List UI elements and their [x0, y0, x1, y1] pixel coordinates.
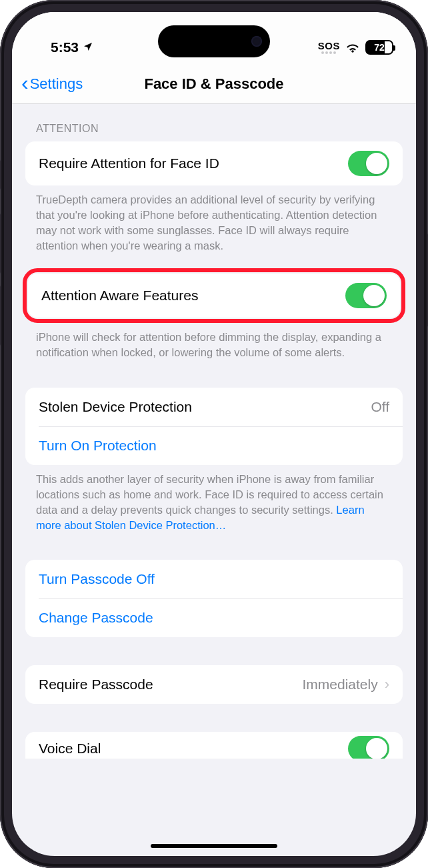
change-passcode-label: Change Passcode: [39, 610, 389, 626]
signal-dots: [321, 51, 336, 54]
row-require-attention[interactable]: Require Attention for Face ID: [25, 141, 403, 185]
row-stolen-status[interactable]: Stolen Device Protection Off: [25, 388, 403, 426]
screen: 5:53 SOS 72 ‹ S: [12, 12, 416, 856]
battery-percent: 72: [374, 42, 385, 53]
stolen-label: Stolen Device Protection: [39, 399, 371, 415]
nav-bar: ‹ Settings Face ID & Passcode: [12, 64, 416, 104]
voice-dial-toggle[interactable]: [348, 736, 389, 759]
stolen-value: Off: [371, 399, 389, 415]
row-turn-passcode-off[interactable]: Turn Passcode Off: [25, 560, 403, 598]
row-voice-dial[interactable]: Voice Dial: [25, 732, 403, 759]
row-turn-on-protection[interactable]: Turn On Protection: [39, 426, 403, 465]
row-attention-aware[interactable]: Attention Aware Features: [28, 274, 400, 318]
status-time: 5:53: [51, 39, 79, 55]
status-left: 5:53: [51, 39, 93, 55]
location-icon: [83, 39, 93, 55]
chevron-right-icon: ›: [385, 676, 389, 693]
group-stolen-protection: Stolen Device Protection Off Turn On Pro…: [25, 388, 403, 465]
attention-aware-toggle[interactable]: [345, 283, 387, 308]
device-frame: 5:53 SOS 72 ‹ S: [0, 0, 428, 868]
require-attention-label: Require Attention for Face ID: [39, 155, 348, 171]
attention-aware-footer: iPhone will check for attention before d…: [12, 323, 416, 375]
chevron-left-icon: ‹: [21, 72, 29, 93]
dynamic-island: [158, 25, 270, 57]
back-label: Settings: [30, 75, 83, 93]
require-passcode-label: Require Passcode: [39, 677, 302, 693]
front-camera: [251, 36, 262, 47]
battery-indicator: 72: [365, 40, 393, 55]
group-passcode-actions: Turn Passcode Off Change Passcode: [25, 560, 403, 637]
row-require-passcode[interactable]: Require Passcode Immediately ›: [25, 665, 403, 704]
turn-passcode-off-label: Turn Passcode Off: [39, 571, 389, 587]
group-require-attention: Require Attention for Face ID: [25, 141, 403, 185]
cellular-sos: SOS: [318, 41, 340, 54]
require-attention-footer: TrueDepth camera provides an additional …: [12, 185, 416, 268]
require-attention-toggle[interactable]: [348, 151, 389, 176]
row-change-passcode[interactable]: Change Passcode: [39, 598, 403, 637]
side-button-silent: [0, 160, 1, 189]
side-button-volume-down: [0, 286, 1, 346]
content: ATTENTION Require Attention for Face ID …: [12, 104, 416, 785]
voice-dial-label: Voice Dial: [39, 741, 101, 757]
section-header-attention: ATTENTION: [12, 104, 416, 141]
stolen-footer: This adds another layer of security when…: [12, 465, 416, 548]
attention-aware-label: Attention Aware Features: [41, 288, 345, 304]
group-attention-aware: Attention Aware Features: [28, 274, 400, 318]
side-button-volume-up: [0, 213, 1, 274]
require-passcode-value: Immediately: [302, 677, 377, 693]
status-right: SOS 72: [318, 40, 393, 55]
back-button[interactable]: ‹ Settings: [21, 74, 83, 93]
group-require-passcode: Require Passcode Immediately ›: [25, 665, 403, 704]
stolen-footer-text: This adds another layer of security when…: [36, 473, 383, 516]
highlight-attention-aware: Attention Aware Features: [23, 268, 405, 323]
home-indicator[interactable]: [151, 844, 277, 848]
sos-label: SOS: [318, 41, 340, 51]
wifi-icon: [345, 41, 360, 53]
turn-on-protection-label: Turn On Protection: [39, 438, 389, 454]
